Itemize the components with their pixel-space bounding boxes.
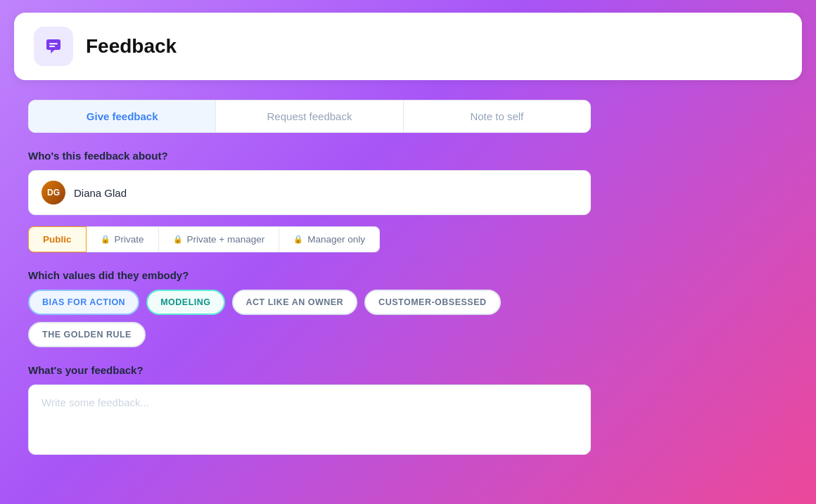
tabs-container: Give feedback Request feedback Note to s… (28, 100, 591, 133)
recipient-field[interactable]: DG Diana Glad (28, 170, 591, 215)
values-label: Which values did they embody? (28, 269, 788, 281)
feedback-icon (43, 36, 64, 57)
recipient-label: Who's this feedback about? (28, 150, 788, 162)
tab-give-feedback[interactable]: Give feedback (29, 101, 216, 132)
feedback-icon-container (34, 27, 73, 66)
privacy-private[interactable]: 🔒 Private (87, 226, 159, 252)
lock-icon-private: 🔒 (101, 235, 110, 244)
lock-icon-manager-only: 🔒 (293, 235, 303, 244)
feedback-textarea[interactable] (28, 385, 591, 455)
chip-bias-for-action[interactable]: BIAS FOR ACTION (28, 290, 139, 315)
avatar: DG (42, 181, 65, 205)
header-card: Feedback (14, 13, 802, 80)
privacy-manager-only[interactable]: 🔒 Manager only (279, 226, 380, 252)
chip-customer-obsessed[interactable]: CUSTOMER-OBSESSED (364, 290, 500, 315)
privacy-private-manager[interactable]: 🔒 Private + manager (159, 226, 280, 252)
feedback-label: What's your feedback? (28, 364, 788, 376)
chip-act-like-owner[interactable]: ACT LIKE AN OWNER (232, 290, 358, 315)
page-title: Feedback (86, 35, 177, 58)
feedback-textarea-container (28, 385, 591, 458)
tab-note-to-self[interactable]: Note to self (404, 101, 590, 132)
lock-icon-private-manager: 🔒 (173, 235, 183, 244)
tab-request-feedback[interactable]: Request feedback (216, 101, 403, 132)
privacy-public[interactable]: Public (28, 226, 87, 252)
recipient-name: Diana Glad (74, 187, 127, 199)
privacy-options: Public 🔒 Private 🔒 Private + manager 🔒 M… (28, 226, 591, 252)
main-content: Give feedback Request feedback Note to s… (14, 100, 802, 458)
chip-modeling[interactable]: MODELING (146, 290, 224, 315)
chip-golden-rule[interactable]: THE GOLDEN RULE (28, 322, 146, 347)
chips-container: BIAS FOR ACTION MODELING ACT LIKE AN OWN… (28, 290, 591, 347)
